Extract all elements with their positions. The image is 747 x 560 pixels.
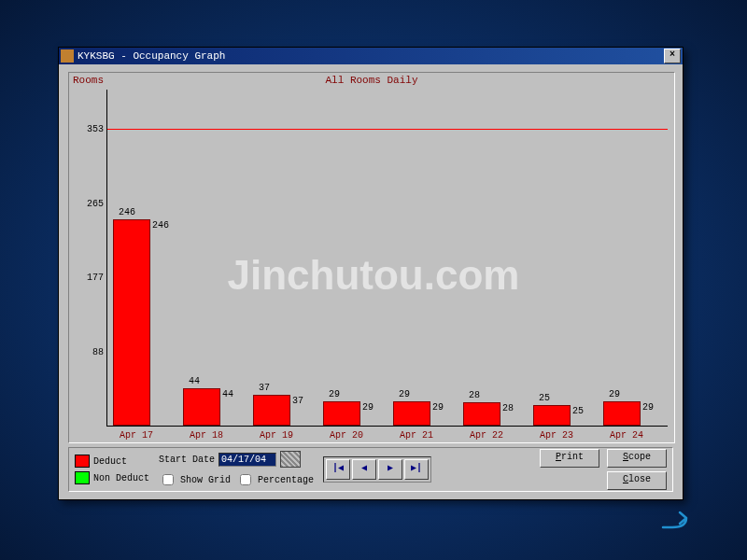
bar-deduct — [533, 405, 571, 427]
y-tick: 265 — [79, 199, 104, 209]
x-category: Apr 19 — [244, 430, 309, 441]
bar-value-side: 25 — [572, 406, 584, 416]
legend-deduct-label: Deduct — [93, 456, 127, 467]
occupancy-graph-window: KYKSBG - Occupancy Graph × Rooms All Roo… — [58, 47, 684, 500]
window-title: KYKSBG - Occupancy Graph — [78, 50, 664, 62]
bar-value-side: 29 — [642, 402, 654, 413]
app-icon — [61, 49, 74, 63]
y-tick: 88 — [79, 347, 104, 357]
legend-nondeduct-label: Non Deduct — [93, 473, 149, 483]
bar-deduct — [393, 401, 430, 426]
bar-value-side: 29 — [432, 402, 444, 413]
bar-value-top: 44 — [189, 376, 200, 386]
percentage-checkbox[interactable] — [240, 474, 251, 485]
bar-value-top: 28 — [469, 390, 480, 400]
nav-prev-button[interactable]: ◀ — [352, 459, 376, 480]
bar-value-side: 246 — [152, 220, 169, 231]
start-date-input[interactable] — [218, 453, 276, 467]
show-grid-label: Show Grid — [180, 475, 231, 485]
x-category: Apr 20 — [314, 430, 379, 441]
x-category: Apr 23 — [524, 430, 589, 441]
legend-deduct: Deduct — [75, 455, 149, 468]
bar-value-top: 29 — [609, 389, 620, 399]
action-buttons: Print Scope Close — [540, 449, 667, 490]
print-button[interactable]: Print — [540, 449, 599, 468]
close-icon[interactable]: × — [664, 49, 681, 63]
swatch-deduct — [75, 455, 90, 468]
legend-nondeduct: Non Deduct — [75, 471, 149, 484]
chart-area: Rooms All Rooms Daily 88177265353246246A… — [68, 72, 675, 443]
control-panel: Deduct Non Deduct Start Date Show Grid P… — [68, 447, 673, 492]
show-grid-checkbox[interactable] — [162, 474, 174, 485]
bar-deduct — [463, 402, 500, 426]
x-category: Apr 21 — [384, 430, 449, 441]
nav-next-button[interactable]: ▶ — [378, 459, 402, 480]
y-tick: 353 — [79, 124, 104, 134]
swatch-nondeduct — [75, 471, 90, 484]
start-date-label: Start Date — [159, 455, 215, 465]
nav-first-button[interactable]: |◀ — [326, 459, 350, 480]
nav-buttons: |◀ ◀ ▶ ▶| — [323, 456, 431, 483]
bar-deduct — [323, 401, 360, 426]
bar-value-side: 44 — [222, 389, 233, 399]
bar-value-top: 25 — [539, 393, 550, 403]
bar-deduct — [253, 395, 290, 426]
bar-value-top: 29 — [329, 389, 340, 399]
percentage-label: Percentage — [258, 475, 314, 485]
bar-deduct — [603, 401, 641, 426]
legend: Deduct Non Deduct — [75, 455, 149, 484]
controls-middle: Start Date Show Grid Percentage — [159, 451, 314, 488]
x-category: Apr 22 — [454, 430, 519, 441]
bar-value-top: 29 — [399, 389, 410, 399]
calendar-icon[interactable] — [280, 451, 301, 468]
x-category: Apr 18 — [174, 430, 239, 441]
plot-region: 88177265353246246Apr 174444Apr 183737Apr… — [106, 90, 668, 427]
bar-value-top: 37 — [259, 383, 270, 393]
bar-value-side: 37 — [292, 396, 303, 406]
titlebar: KYKSBG - Occupancy Graph × — [59, 48, 683, 64]
close-button[interactable]: Close — [607, 471, 667, 490]
bar-value-side: 29 — [362, 402, 374, 413]
bar-value-top: 246 — [119, 207, 135, 217]
bar-deduct — [183, 388, 220, 426]
threshold-line — [107, 129, 668, 130]
bar-value-side: 28 — [502, 403, 514, 413]
x-category: Apr 17 — [104, 430, 169, 441]
nav-last-button[interactable]: ▶| — [404, 459, 429, 480]
y-tick: 177 — [79, 273, 104, 283]
scope-button[interactable]: Scope — [607, 449, 667, 468]
x-category: Apr 24 — [594, 430, 659, 441]
chart-title: All Rooms Daily — [69, 75, 674, 86]
bar-deduct — [113, 219, 150, 426]
back-arrow-icon[interactable] — [654, 504, 691, 532]
